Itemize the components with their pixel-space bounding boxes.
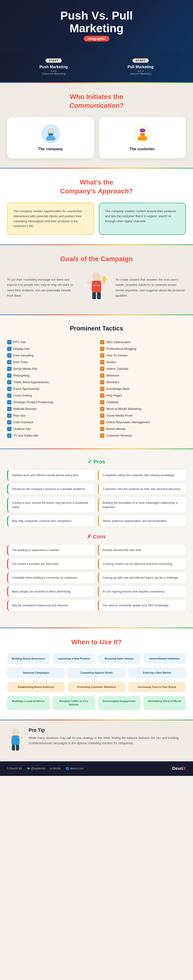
tactic-item: ✓ Trade Show Appearances	[7, 379, 93, 385]
tactic-item: ✓ PPC Ads	[7, 339, 93, 345]
tactic-check: ✓	[100, 407, 104, 411]
push-start-subtitle: a.k.a	[39, 69, 68, 72]
svg-point-4	[138, 136, 147, 140]
when-push-item: Competing Against Rivals	[68, 668, 125, 678]
footer-link-4[interactable]: 🌐 devrix.com	[65, 767, 84, 770]
push-when-grid: Building Brand Awareness Launching a New…	[7, 654, 186, 664]
svg-point-8	[92, 272, 101, 281]
header-title: Push Vs. Pull Marketing	[5, 10, 188, 35]
when-pull-item: Stimulating Word-of-Mouth	[144, 696, 186, 710]
pull-start-title: Pull Marketing	[128, 65, 153, 70]
tactic-item: ✓ Brand Identity	[100, 426, 186, 432]
pros-item: Delivers quick and efficient results alm…	[7, 470, 95, 481]
footer-link-3[interactable]: in devrix	[50, 767, 61, 770]
tactic-item: ✓ Customer Reviews	[100, 432, 186, 439]
tactic-item: ✓ Event Sponsorship	[7, 385, 93, 392]
tactic-check: ✓	[7, 367, 11, 371]
company-card: The company.	[7, 117, 94, 158]
pull-start-box: START Pull Marketing a.k.a Inbound Marke…	[128, 58, 153, 75]
svg-rect-13	[97, 292, 101, 299]
tactic-check: ✓	[7, 393, 11, 398]
pros-title: ✓ Pros	[7, 459, 186, 465]
who-section: Who Initiates the Communication? The com…	[0, 83, 193, 168]
start-section: START Push Marketing a.k.a Outbound Mark…	[0, 53, 193, 83]
svg-rect-14	[93, 285, 100, 286]
tactic-check: ✓	[7, 400, 11, 404]
tactic-check: ✓	[7, 340, 11, 344]
approach-section: What's the Company's Approach? The compa…	[0, 169, 193, 244]
who-cards: The company. The customer.	[7, 117, 186, 158]
tactic-item: ✓ Word-of-Mouth Marketing	[100, 406, 186, 412]
when-pull-item: Increasing Trust in Your Brand	[128, 682, 186, 692]
pros-item: Allows audience segmentation and persona…	[98, 515, 186, 527]
tactic-item: ✓ Online Reputation Management	[100, 419, 186, 426]
tactic-item: ✓ Pop-Ups	[7, 412, 93, 419]
when-push-item: Boosting Sales Volume	[98, 654, 141, 664]
protip-title: Pro Tip	[28, 727, 186, 733]
tactic-item: ✓ Display Ads	[7, 345, 93, 352]
pros-item: Companies attract the customer with indu…	[98, 470, 186, 481]
cons-item: Creating content can be laborious and ti…	[98, 558, 186, 570]
when-push-item: Entering a New Market	[128, 668, 186, 678]
tactic-check: ✓	[100, 387, 104, 391]
goal-pull-text: To create content that answers the end-u…	[115, 277, 186, 298]
tactic-check: ✓	[100, 427, 104, 431]
cons-item: You have to constantly update your SEO k…	[98, 600, 186, 611]
svg-point-16	[12, 729, 19, 736]
svg-rect-10	[87, 282, 92, 284]
goal-mascot	[82, 270, 111, 305]
pros-grid: Delivers quick and efficient results alm…	[7, 470, 186, 527]
when-pull-item: Bringing Traffic to Your Website	[53, 696, 95, 710]
customer-avatar	[133, 124, 152, 143]
tactic-check: ✓	[100, 340, 104, 344]
customer-card: The customer.	[99, 117, 186, 158]
cons-item: Unreliable when building a connection to…	[7, 572, 95, 583]
tactic-item: ✓ SEO Optimization	[100, 339, 186, 345]
who-title: Who Initiates the Communication?	[7, 92, 186, 110]
tactics-title: Prominent Tactics	[7, 325, 186, 332]
tactic-item: ✓ Webinars	[100, 372, 186, 379]
company-label: The company.	[12, 147, 89, 151]
tactic-check: ✓	[100, 380, 104, 384]
cons-item: It's an ongoing process that requires co…	[98, 586, 186, 597]
tactic-item: ✓ Chatbots	[100, 399, 186, 406]
goals-title: Goals of the Campaign	[7, 255, 186, 263]
tactic-check: ✓	[100, 414, 104, 418]
tactic-check: ✓	[7, 414, 11, 418]
tactic-item: ✓ Videos Tutorials	[100, 366, 186, 372]
pros-section: ✓ Pros Delivers quick and efficient resu…	[0, 449, 193, 628]
pull-tactics-col: ✓ SEO Optimization ✓ Professional Bloggi…	[100, 339, 186, 439]
tactic-check: ✓	[7, 347, 11, 351]
cons-item: Coming up with new and relevant topics c…	[98, 572, 186, 583]
tactic-check: ✓	[7, 360, 11, 364]
cons-item: The publicity is expensive to maintain.	[7, 545, 95, 555]
footer-link-1[interactable]: f /DevriX.ltd	[7, 767, 22, 770]
svg-rect-3	[48, 133, 53, 136]
when-pull-item: Encouraging Engagement	[98, 696, 141, 710]
tactic-check: ✓	[7, 380, 11, 384]
approach-push-text: The company creates opportunities for un…	[13, 209, 88, 229]
tactic-item: ✓ Seminars	[100, 379, 186, 385]
tactic-item: ✓ Professional Blogging	[100, 345, 186, 352]
push-start-title: Push Marketing	[39, 65, 68, 70]
push-start-label: START	[46, 59, 62, 63]
tactic-check: ✓	[100, 374, 104, 378]
cons-item: Many people are resistant to direct adve…	[7, 586, 95, 597]
tactic-check: ✓	[100, 367, 104, 371]
footer-logo: DevriX	[172, 766, 186, 771]
svg-point-2	[48, 129, 53, 134]
tactic-item: ✓ Cross-Selling	[7, 392, 93, 399]
pull-when-grid: Establishing Brand Authority Promoting C…	[7, 682, 186, 692]
when-push-item: Launching a New Product	[53, 654, 95, 664]
pros-item: Creates a buzz around the brand, may bec…	[7, 497, 95, 513]
footer-link-2[interactable]: 🐦 @wpdevrix	[27, 767, 45, 770]
tactic-item: ✓ Social Media Posts	[100, 412, 186, 419]
tactic-item: ✓ Knowledge Base	[100, 385, 186, 392]
footer: f /DevriX.ltd 🐦 @wpdevrix in devrix 🌐 de…	[0, 761, 193, 776]
cons-grid: The publicity is expensive to maintain. …	[7, 545, 186, 611]
svg-rect-21	[16, 745, 19, 751]
when-push-item: Building Brand Awareness	[7, 654, 50, 664]
svg-point-1	[46, 136, 55, 140]
pull-start-subtitle: a.k.a	[128, 69, 153, 72]
tactic-item: ✓ TV and Radio Ads	[7, 432, 93, 439]
